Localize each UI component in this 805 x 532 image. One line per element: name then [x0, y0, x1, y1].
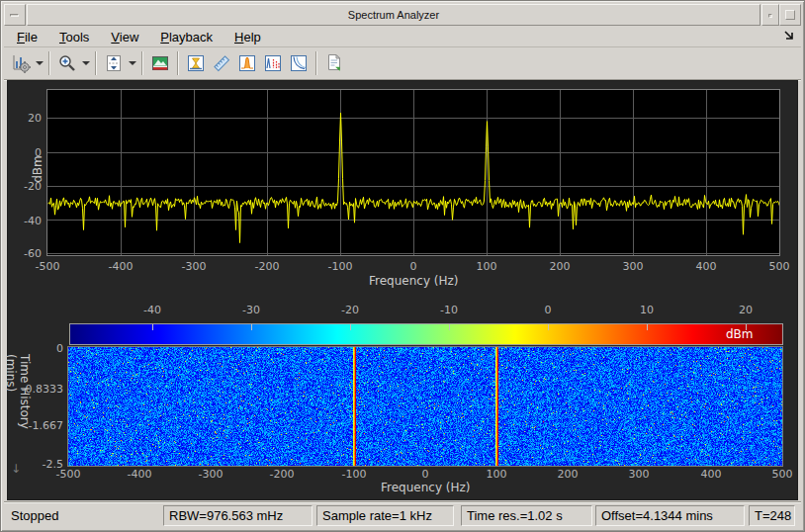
- scope-display-panel: 20 0 -20 -40 -60 dBm -500 -400 -300 -200…: [7, 80, 798, 500]
- window-menu-button[interactable]: [4, 4, 26, 26]
- toolbar-separator: [177, 51, 179, 75]
- dock-arrow-icon[interactable]: [783, 30, 795, 44]
- spectrum-canvas[interactable]: [46, 89, 780, 256]
- sg-x-tick: -100: [332, 468, 376, 481]
- x-tick: 500: [758, 260, 801, 273]
- toolbar: [4, 47, 801, 80]
- scroll-down-icon: ↓: [11, 462, 21, 476]
- signal-statistics-button[interactable]: [209, 50, 234, 76]
- x-tick: 400: [684, 260, 728, 273]
- cursor-measurements-button[interactable]: [183, 50, 209, 76]
- sg-x-tick: 500: [760, 468, 804, 481]
- spectrum-ylabel: dBm: [31, 155, 45, 183]
- spectrum-settings-button[interactable]: [8, 50, 34, 76]
- status-state: Stopped: [11, 508, 58, 523]
- colorbar-unit-label: dBm: [726, 327, 754, 341]
- sg-x-tick: 0: [403, 468, 447, 481]
- toolbar-separator: [48, 51, 50, 75]
- zoom-in-button[interactable]: [54, 50, 80, 76]
- spectrogram-xlabel: Frequency (Hz): [381, 481, 471, 494]
- window-title-panel: Spectrum Analyzer: [27, 4, 760, 26]
- scale-y-axis-icon: [104, 53, 124, 73]
- spectrogram-canvas[interactable]: [67, 346, 783, 467]
- signal-statistics-icon: [212, 53, 231, 73]
- y-tick: -60: [8, 247, 42, 260]
- menu-item-help[interactable]: Help: [232, 29, 263, 45]
- scale-y-axis-dropdown[interactable]: [127, 50, 137, 76]
- distortion-measurements-icon: [263, 53, 283, 73]
- spectrum-settings-icon: [11, 53, 31, 73]
- colorbar-tickmark: [449, 324, 450, 330]
- y-tick: -40: [8, 215, 42, 227]
- colorbar-tickmark: [350, 324, 351, 330]
- spectrum-xlabel: Frequency (Hz): [369, 274, 459, 288]
- statusbar: Stopped RBW=976.563 mHz Sample rate=1 kH…: [4, 501, 801, 528]
- menu-item-view[interactable]: View: [109, 29, 140, 45]
- scale-y-axis-button[interactable]: [101, 50, 127, 76]
- status-sample-rate: Sample rate=1 kHz: [316, 505, 454, 526]
- x-tick: -100: [318, 260, 362, 273]
- colorbar-tickmark: [152, 324, 153, 330]
- sg-x-tick: -500: [46, 468, 90, 481]
- toolbar-separator: [315, 51, 317, 75]
- colorbar-tick: -20: [328, 304, 372, 316]
- menu-item-playback[interactable]: Playback: [158, 29, 215, 45]
- x-tick: 100: [465, 260, 508, 273]
- y-tick: 20: [8, 112, 42, 125]
- maximize-button[interactable]: [779, 4, 801, 26]
- x-tick: -400: [99, 260, 142, 273]
- ccdf-measurements-button[interactable]: [286, 50, 312, 76]
- sg-x-tick: 200: [546, 468, 589, 481]
- status-frame-count: T=248: [749, 505, 795, 526]
- status-time-res: Time res.=1.02 s: [461, 505, 592, 526]
- zoom-in-dropdown[interactable]: [80, 50, 91, 76]
- colorbar-tickmark: [548, 324, 549, 330]
- menu-item-tools[interactable]: Tools: [57, 29, 91, 45]
- toolbar-separator: [95, 51, 97, 75]
- sg-x-tick: 400: [689, 468, 733, 481]
- x-tick: 0: [392, 260, 435, 273]
- colorbar-tickmark: [251, 324, 252, 330]
- colorbar-tick: 0: [526, 304, 570, 316]
- sg-x-tick: -300: [189, 468, 232, 481]
- spectrum-analyzer-window: Spectrum Analyzer File Tools View Playba…: [0, 0, 805, 532]
- distortion-measurements-button[interactable]: [260, 50, 286, 76]
- iconify-icon: [768, 14, 772, 18]
- x-tick: -300: [172, 260, 216, 273]
- sg-x-tick: 300: [617, 468, 661, 481]
- window-menu-icon: [10, 14, 19, 17]
- sg-x-tick: -200: [260, 468, 304, 481]
- window-title: Spectrum Analyzer: [348, 9, 439, 21]
- maximize-icon: [785, 10, 795, 20]
- colorbar: [69, 323, 783, 345]
- titlebar: Spectrum Analyzer: [4, 4, 801, 26]
- spectrogram-icon: [150, 53, 170, 73]
- x-tick: 200: [538, 260, 581, 273]
- x-tick: 300: [611, 260, 655, 273]
- menu-item-file[interactable]: File: [15, 29, 40, 45]
- x-tick: -500: [26, 260, 69, 273]
- sg-x-tick: 100: [475, 468, 518, 481]
- ccdf-measurements-icon: [289, 53, 309, 73]
- colorbar-tick: 20: [724, 304, 767, 316]
- status-rbw: RBW=976.563 mHz: [163, 505, 313, 526]
- peak-finder-icon: [237, 53, 257, 73]
- spectrogram-ylabel: Time History (mins): [4, 354, 32, 451]
- zoom-in-icon: [57, 53, 77, 73]
- iconify-button[interactable]: [761, 4, 779, 26]
- peak-finder-button[interactable]: [234, 50, 260, 76]
- generate-script-icon: [324, 53, 344, 73]
- spectrum-settings-dropdown[interactable]: [34, 50, 45, 76]
- menubar: File Tools View Playback Help: [4, 27, 801, 47]
- spectrogram-button[interactable]: [147, 50, 173, 76]
- colorbar-tick: 10: [625, 304, 669, 316]
- x-tick: -200: [245, 260, 289, 273]
- colorbar-tick: -30: [229, 304, 273, 316]
- toolbar-separator: [141, 51, 143, 75]
- colorbar-tick: -40: [131, 304, 174, 316]
- generate-script-button[interactable]: [321, 50, 347, 76]
- colorbar-tick: -10: [427, 304, 471, 316]
- status-offset: Offset=4.1344 mins: [595, 505, 745, 526]
- sg-x-tick: -400: [118, 468, 161, 481]
- colorbar-tickmark: [647, 324, 648, 330]
